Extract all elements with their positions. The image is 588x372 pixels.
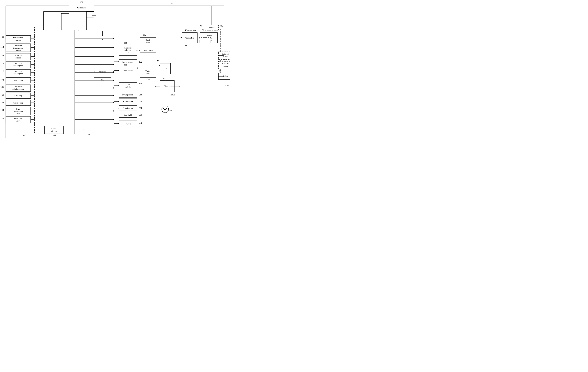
main-switch-label: Main <box>126 83 130 86</box>
ref-46: 46 <box>185 29 187 32</box>
ref-142: 142 <box>22 134 26 137</box>
ref-30c: 30c <box>139 114 142 116</box>
fuel-pump-label: Fuel pump <box>14 79 23 81</box>
cell-stack-label: Cell stack <box>77 7 86 9</box>
ref-30b: 30b <box>139 107 142 109</box>
water-tank-label: Water <box>146 70 150 72</box>
ref-50: 50 <box>202 29 204 32</box>
charge-det-label: Charge <box>206 34 212 37</box>
water-pump-label: Water pump <box>13 102 23 104</box>
drive-unit-label: Drive unit <box>187 29 196 32</box>
rad-fan2-label: Radiator <box>15 70 22 73</box>
level-sensor-122-label: Level sensor <box>122 61 133 63</box>
level-sensor-120-label: Level sensor <box>143 49 153 52</box>
display-label: Display <box>125 122 131 125</box>
fuel-tank-label: Fuel <box>146 39 150 41</box>
ref-116: 116 <box>124 42 127 44</box>
rust-valve-label: Rust <box>16 108 20 110</box>
ref-144: 144 <box>0 109 4 111</box>
charger-label: Charger <box>164 85 170 87</box>
diagram-container: Cell stack 102 164 Temperature sensor 15… <box>0 0 230 146</box>
ref-138: 138 <box>0 94 4 96</box>
ref-120: 120 <box>135 49 138 52</box>
rad-fan1-label2: cooling fan <box>13 64 23 67</box>
ambient-temp-label: Ambient <box>15 44 22 47</box>
ref-176: 176 <box>225 84 229 87</box>
ref-124: 124 <box>146 78 150 81</box>
ref-150: 150 <box>0 36 4 39</box>
meter-label: Meter <box>209 26 214 29</box>
aq-pump-label2: solution pump <box>12 88 24 90</box>
stop-btn-label: Stop button <box>123 107 133 109</box>
ref-164: 164 <box>171 2 174 5</box>
rust-valve-label2: prevention <box>14 110 23 113</box>
ref-30a: 30a <box>139 100 142 103</box>
detect-valve-label: Detection <box>14 117 22 119</box>
aq-tank-label: Aqueous <box>124 47 131 49</box>
ambient-temp-label2: temperature <box>13 47 23 49</box>
ref-114: 114 <box>143 34 146 37</box>
ref-154: 154 <box>0 54 4 57</box>
controller-label: Controller <box>185 37 194 39</box>
ref-200a: 200a <box>170 93 175 96</box>
ambient-temp-label3: sensor <box>16 49 21 51</box>
elec-motor-label: Electric <box>222 62 229 64</box>
ref-128: 128 <box>0 79 4 81</box>
ref-162: 162 <box>101 78 104 81</box>
aq-pump-label: Aqueous <box>14 85 22 88</box>
ref-110: 110 <box>0 62 4 65</box>
ref-28b: 28b <box>139 122 142 125</box>
rust-valve-label3: valve <box>16 113 21 115</box>
svg-rect-29 <box>94 69 111 78</box>
svg-marker-152 <box>179 86 180 87</box>
elec-motor-label2: motor <box>223 65 228 67</box>
ref-44: 44 <box>219 69 221 72</box>
detect-valve-label2: valve <box>16 120 21 122</box>
svg-marker-150 <box>155 86 156 87</box>
backlight-label: Backlight <box>124 114 132 116</box>
svg-point-112 <box>162 106 168 113</box>
ref-148: 148 <box>139 82 142 85</box>
clock-label2: circuit <box>51 130 57 132</box>
air-pump-label: Air pump <box>14 95 22 97</box>
ref-202: 202 <box>168 109 172 112</box>
ref-136: 136 <box>0 86 4 88</box>
cpu-label: C P U <box>81 128 86 131</box>
svg-rect-48 <box>199 37 211 43</box>
ref-126: 126 <box>199 25 202 27</box>
water-tank-label2: tank <box>146 72 150 74</box>
if-label: I / F <box>163 67 167 69</box>
rad-fan1-label: Radiator <box>15 62 22 64</box>
input-portion-label: Input portion <box>122 94 133 96</box>
main-switch-label2: switch <box>125 86 131 88</box>
ref-200: 200 <box>161 77 165 80</box>
clock-label: Clock <box>52 127 57 129</box>
memory-label: Memory <box>99 71 106 73</box>
ultrasonic-label: Ultrasonic <box>14 54 23 56</box>
ref-178: 178 <box>156 60 159 63</box>
ref-152: 152 <box>0 45 4 48</box>
ref-28c: 28c <box>139 93 142 96</box>
ref-102: 102 <box>80 1 83 4</box>
fuel-tank-label2: tank <box>146 41 150 44</box>
temp-sensor-label: Temperature <box>13 36 24 39</box>
aq-tank-label2: solution <box>124 49 131 51</box>
ext-loads-label: External <box>222 53 229 55</box>
ref-146: 146 <box>0 101 4 104</box>
ref-28a: 28a <box>220 25 223 27</box>
temp-sensor-label2: sensor <box>16 39 21 41</box>
start-btn-label: Start button <box>123 100 133 103</box>
level-sensor-118-label: Level sensor <box>122 69 133 72</box>
ref-112: 112 <box>0 70 4 73</box>
aq-tank-label3: tank <box>126 51 130 53</box>
ref-48: 48 <box>185 44 187 47</box>
ultrasonic-label2: sensor <box>16 56 21 59</box>
ref-158: 158 <box>86 133 90 136</box>
rad-fan2-label2: cooling fan <box>13 73 23 75</box>
ref-156: 156 <box>0 117 4 120</box>
ref-160: 160 <box>52 134 56 137</box>
ref-122: 122 <box>139 61 142 63</box>
